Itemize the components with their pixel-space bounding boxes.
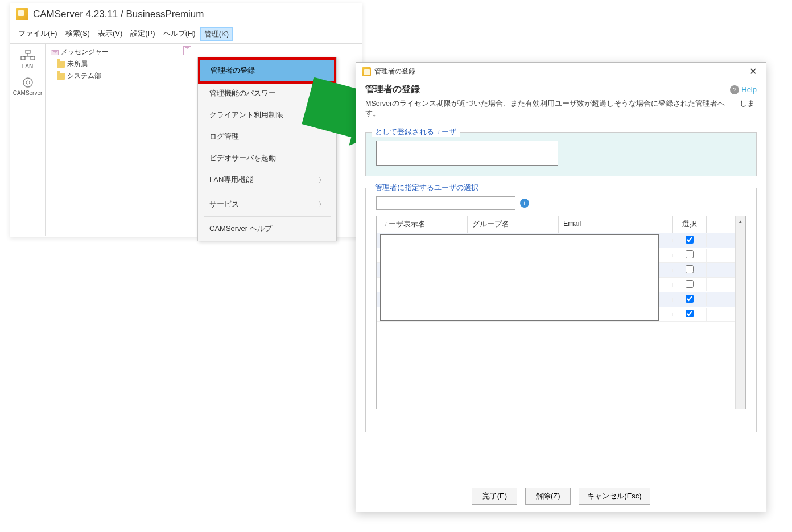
menu-settings[interactable]: 設定(P) xyxy=(127,27,158,41)
col-header-email[interactable]: Email xyxy=(559,216,673,233)
rail-camserver-label: CAMServer xyxy=(13,90,43,96)
svg-rect-4 xyxy=(31,56,35,60)
menu-manage[interactable]: 管理(K) xyxy=(200,27,233,41)
menu-video-server[interactable]: ビデオサーバを起動 xyxy=(199,147,335,169)
menu-admin-password[interactable]: 管理機能のパスワー xyxy=(199,83,335,104)
fieldset-select-legend: 管理者に指定するユーザの選択 xyxy=(372,183,482,193)
tree-unassigned[interactable]: 未所属 xyxy=(49,58,175,70)
dialog-title: 管理者の登録 xyxy=(374,67,415,76)
row-checkbox[interactable] xyxy=(686,236,694,244)
menubar: ファイル(F) 検索(S) 表示(V) 設定(P) ヘルプ(H) 管理(K) xyxy=(10,25,362,43)
help-link[interactable]: ? Help xyxy=(730,85,757,94)
dialog-body: 管理者の登録 ? Help MServerのライセンス期限が近づいた場合、また有… xyxy=(356,80,766,447)
menu-camserver-help[interactable]: CAMServer ヘルプ xyxy=(199,218,335,240)
separator xyxy=(204,192,331,192)
menu-register-admin[interactable]: 管理者の登録 xyxy=(198,57,336,84)
app-icon xyxy=(362,67,371,76)
tree-system-dept[interactable]: システム部 xyxy=(49,70,175,82)
tree-system-dept-label: システム部 xyxy=(67,71,101,81)
menu-search[interactable]: 検索(S) xyxy=(62,27,93,41)
folder-icon xyxy=(57,61,65,68)
table-header: ユーザ表示名 グループ名 Email 選択 xyxy=(377,216,735,233)
dialog-titlebar: 管理者の登録 ✕ xyxy=(356,63,766,80)
menu-client-limit[interactable]: クライアント利用制限 xyxy=(199,104,335,126)
redacted-area xyxy=(380,234,659,321)
registered-users-box xyxy=(376,141,558,166)
scroll-up-icon[interactable]: ▴ xyxy=(736,216,745,226)
manage-dropdown: 管理者の登録 管理機能のパスワー クライアント利用制限 ログ管理 ビデオサーバを… xyxy=(197,57,337,241)
rail-lan-label: LAN xyxy=(22,63,33,69)
chevron-right-icon: 〉 xyxy=(319,176,325,184)
menu-file[interactable]: ファイル(F) xyxy=(15,27,61,41)
menu-log-label: ログ管理 xyxy=(209,131,239,142)
cancel-button[interactable]: キャンセル(Esc) xyxy=(579,488,650,505)
menu-register-admin-label: 管理者の登録 xyxy=(211,65,255,76)
dialog-description: MServerのライセンス期限が近づいた場合、また有効利用ユーザ数が超過しそうな… xyxy=(365,96,757,126)
row-checkbox[interactable] xyxy=(686,295,694,303)
folder-icon xyxy=(57,73,65,80)
search-row: i xyxy=(376,196,746,210)
dialog-header: 管理者の登録 ? Help xyxy=(365,84,757,96)
lan-icon xyxy=(20,50,35,62)
menu-admin-password-label: 管理機能のパスワー xyxy=(209,88,276,98)
dialog-footer: 完了(E) 解除(Z) キャンセル(Esc) xyxy=(356,488,766,505)
tree-unassigned-label: 未所属 xyxy=(67,59,88,69)
chevron-right-icon: 〉 xyxy=(319,200,325,209)
fieldset-registered-users: として登録されるユーザ xyxy=(365,132,757,176)
rail-lan[interactable]: LAN xyxy=(10,47,45,74)
rail-camserver[interactable]: CAMServer xyxy=(10,74,45,101)
col-header-group[interactable]: グループ名 xyxy=(468,216,559,233)
menu-log[interactable]: ログ管理 xyxy=(199,126,335,147)
info-icon[interactable]: i xyxy=(520,199,529,208)
register-admin-dialog: 管理者の登録 ✕ 管理者の登録 ? Help MServerのライセンス期限が近… xyxy=(356,62,766,512)
menu-camserver-help-label: CAMServer ヘルプ xyxy=(209,224,272,234)
svg-point-6 xyxy=(26,81,30,84)
col-header-name[interactable]: ユーザ表示名 xyxy=(377,216,468,233)
separator xyxy=(204,216,331,217)
user-table: ユーザ表示名 グループ名 Email 選択 xyxy=(376,216,746,409)
app-icon xyxy=(16,8,28,20)
gear-icon xyxy=(22,76,34,89)
search-input[interactable] xyxy=(376,196,515,210)
svg-rect-3 xyxy=(21,56,25,60)
menu-view[interactable]: 表示(V) xyxy=(94,27,126,41)
done-button[interactable]: 完了(E) xyxy=(472,488,517,505)
row-checkbox[interactable] xyxy=(686,310,694,317)
row-checkbox[interactable] xyxy=(686,250,694,258)
menu-help[interactable]: ヘルプ(H) xyxy=(160,27,199,41)
release-button[interactable]: 解除(Z) xyxy=(525,488,571,505)
tree-messenger[interactable]: メッセンジャー xyxy=(49,46,175,58)
tree-panel: メッセンジャー 未所属 システム部 xyxy=(46,44,179,236)
dialog-heading: 管理者の登録 xyxy=(365,84,420,96)
mail-icon xyxy=(51,50,59,55)
menu-service-label: サービス xyxy=(209,199,239,209)
row-checkbox[interactable] xyxy=(686,280,694,288)
help-icon: ? xyxy=(730,85,739,94)
fieldset-select-users: 管理者に指定するユーザの選択 i ユーザ表示名 グループ名 Email 選択 xyxy=(365,188,757,432)
menu-service[interactable]: サービス 〉 xyxy=(199,193,335,215)
mail-icon xyxy=(183,46,184,55)
icon-rail: LAN CAMServer xyxy=(10,44,46,236)
col-header-select[interactable]: 選択 xyxy=(673,216,707,233)
close-button[interactable]: ✕ xyxy=(746,66,760,77)
menu-video-server-label: ビデオサーバを起動 xyxy=(209,153,276,163)
tree-messenger-label: メッセンジャー xyxy=(61,47,109,57)
help-label: Help xyxy=(741,85,757,94)
svg-rect-0 xyxy=(26,50,30,53)
scrollbar[interactable]: ▴ xyxy=(735,216,745,409)
menu-lan-only-label: LAN専用機能 xyxy=(209,175,253,185)
window-title: CAMServer 4.23.11 / BusinessPremium xyxy=(33,9,204,20)
svg-point-5 xyxy=(23,78,32,87)
titlebar: CAMServer 4.23.11 / BusinessPremium xyxy=(10,3,362,25)
row-checkbox[interactable] xyxy=(686,265,694,273)
menu-lan-only[interactable]: LAN専用機能 〉 xyxy=(199,169,335,191)
fieldset-registered-legend: として登録されるユーザ xyxy=(372,127,460,137)
menu-client-limit-label: クライアント利用制限 xyxy=(209,110,283,120)
